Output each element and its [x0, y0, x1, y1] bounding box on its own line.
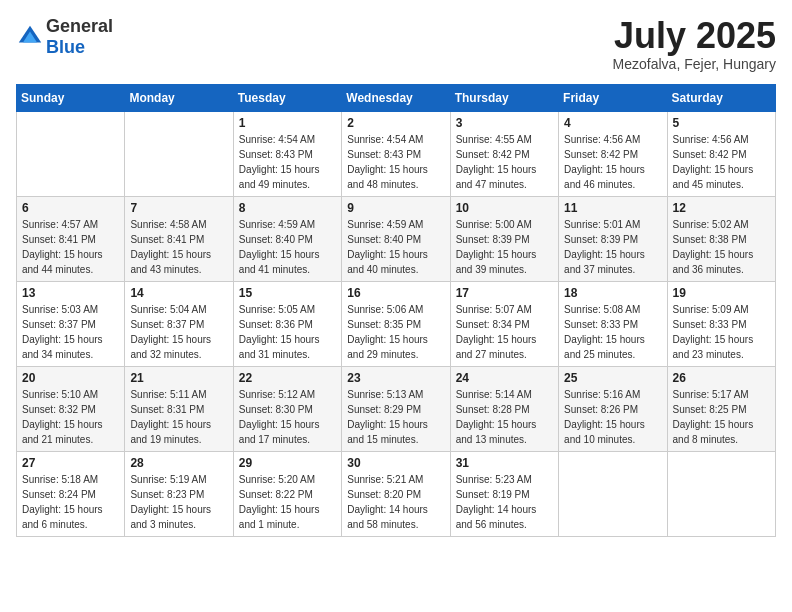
day-detail: Sunrise: 5:11 AMSunset: 8:31 PMDaylight:… — [130, 387, 227, 447]
page-header: General Blue July 2025 Mezofalva, Fejer,… — [16, 16, 776, 72]
day-number: 30 — [347, 456, 444, 470]
calendar-cell: 8Sunrise: 4:59 AMSunset: 8:40 PMDaylight… — [233, 196, 341, 281]
day-number: 24 — [456, 371, 553, 385]
day-detail: Sunrise: 4:54 AMSunset: 8:43 PMDaylight:… — [239, 132, 336, 192]
calendar-cell: 28Sunrise: 5:19 AMSunset: 8:23 PMDayligh… — [125, 451, 233, 536]
weekday-header: Sunday — [17, 84, 125, 111]
day-detail: Sunrise: 4:59 AMSunset: 8:40 PMDaylight:… — [347, 217, 444, 277]
day-number: 16 — [347, 286, 444, 300]
day-number: 22 — [239, 371, 336, 385]
calendar-cell: 17Sunrise: 5:07 AMSunset: 8:34 PMDayligh… — [450, 281, 558, 366]
day-detail: Sunrise: 5:06 AMSunset: 8:35 PMDaylight:… — [347, 302, 444, 362]
day-number: 20 — [22, 371, 119, 385]
calendar-cell: 13Sunrise: 5:03 AMSunset: 8:37 PMDayligh… — [17, 281, 125, 366]
day-detail: Sunrise: 4:54 AMSunset: 8:43 PMDaylight:… — [347, 132, 444, 192]
calendar-cell: 24Sunrise: 5:14 AMSunset: 8:28 PMDayligh… — [450, 366, 558, 451]
day-number: 4 — [564, 116, 661, 130]
calendar-cell: 29Sunrise: 5:20 AMSunset: 8:22 PMDayligh… — [233, 451, 341, 536]
calendar-cell: 11Sunrise: 5:01 AMSunset: 8:39 PMDayligh… — [559, 196, 667, 281]
weekday-header: Saturday — [667, 84, 775, 111]
day-detail: Sunrise: 5:05 AMSunset: 8:36 PMDaylight:… — [239, 302, 336, 362]
day-number: 31 — [456, 456, 553, 470]
day-number: 26 — [673, 371, 770, 385]
calendar-cell: 6Sunrise: 4:57 AMSunset: 8:41 PMDaylight… — [17, 196, 125, 281]
calendar-table: SundayMondayTuesdayWednesdayThursdayFrid… — [16, 84, 776, 537]
day-detail: Sunrise: 5:19 AMSunset: 8:23 PMDaylight:… — [130, 472, 227, 532]
day-number: 27 — [22, 456, 119, 470]
logo-icon — [16, 23, 44, 51]
day-detail: Sunrise: 4:56 AMSunset: 8:42 PMDaylight:… — [564, 132, 661, 192]
calendar-cell: 26Sunrise: 5:17 AMSunset: 8:25 PMDayligh… — [667, 366, 775, 451]
calendar-cell — [559, 451, 667, 536]
day-number: 11 — [564, 201, 661, 215]
weekday-header: Wednesday — [342, 84, 450, 111]
day-detail: Sunrise: 5:04 AMSunset: 8:37 PMDaylight:… — [130, 302, 227, 362]
day-detail: Sunrise: 5:08 AMSunset: 8:33 PMDaylight:… — [564, 302, 661, 362]
day-number: 1 — [239, 116, 336, 130]
calendar-cell: 3Sunrise: 4:55 AMSunset: 8:42 PMDaylight… — [450, 111, 558, 196]
day-number: 17 — [456, 286, 553, 300]
day-detail: Sunrise: 5:09 AMSunset: 8:33 PMDaylight:… — [673, 302, 770, 362]
day-number: 5 — [673, 116, 770, 130]
calendar-cell — [125, 111, 233, 196]
day-detail: Sunrise: 5:01 AMSunset: 8:39 PMDaylight:… — [564, 217, 661, 277]
day-detail: Sunrise: 5:10 AMSunset: 8:32 PMDaylight:… — [22, 387, 119, 447]
day-number: 12 — [673, 201, 770, 215]
logo: General Blue — [16, 16, 113, 58]
calendar-cell — [667, 451, 775, 536]
calendar-cell: 19Sunrise: 5:09 AMSunset: 8:33 PMDayligh… — [667, 281, 775, 366]
weekday-header: Tuesday — [233, 84, 341, 111]
calendar-week-row: 13Sunrise: 5:03 AMSunset: 8:37 PMDayligh… — [17, 281, 776, 366]
day-detail: Sunrise: 5:12 AMSunset: 8:30 PMDaylight:… — [239, 387, 336, 447]
calendar-cell: 31Sunrise: 5:23 AMSunset: 8:19 PMDayligh… — [450, 451, 558, 536]
calendar-cell: 15Sunrise: 5:05 AMSunset: 8:36 PMDayligh… — [233, 281, 341, 366]
calendar-cell: 16Sunrise: 5:06 AMSunset: 8:35 PMDayligh… — [342, 281, 450, 366]
day-detail: Sunrise: 5:23 AMSunset: 8:19 PMDaylight:… — [456, 472, 553, 532]
day-detail: Sunrise: 5:14 AMSunset: 8:28 PMDaylight:… — [456, 387, 553, 447]
calendar-cell: 18Sunrise: 5:08 AMSunset: 8:33 PMDayligh… — [559, 281, 667, 366]
calendar-cell: 23Sunrise: 5:13 AMSunset: 8:29 PMDayligh… — [342, 366, 450, 451]
day-detail: Sunrise: 5:03 AMSunset: 8:37 PMDaylight:… — [22, 302, 119, 362]
weekday-header: Friday — [559, 84, 667, 111]
day-number: 28 — [130, 456, 227, 470]
day-detail: Sunrise: 5:13 AMSunset: 8:29 PMDaylight:… — [347, 387, 444, 447]
day-detail: Sunrise: 5:18 AMSunset: 8:24 PMDaylight:… — [22, 472, 119, 532]
day-number: 23 — [347, 371, 444, 385]
day-number: 19 — [673, 286, 770, 300]
day-detail: Sunrise: 5:20 AMSunset: 8:22 PMDaylight:… — [239, 472, 336, 532]
calendar-cell: 10Sunrise: 5:00 AMSunset: 8:39 PMDayligh… — [450, 196, 558, 281]
calendar-week-row: 1Sunrise: 4:54 AMSunset: 8:43 PMDaylight… — [17, 111, 776, 196]
day-detail: Sunrise: 5:02 AMSunset: 8:38 PMDaylight:… — [673, 217, 770, 277]
day-number: 7 — [130, 201, 227, 215]
logo-blue-text: Blue — [46, 37, 85, 57]
day-number: 15 — [239, 286, 336, 300]
day-number: 25 — [564, 371, 661, 385]
day-detail: Sunrise: 4:56 AMSunset: 8:42 PMDaylight:… — [673, 132, 770, 192]
calendar-cell: 27Sunrise: 5:18 AMSunset: 8:24 PMDayligh… — [17, 451, 125, 536]
day-detail: Sunrise: 5:17 AMSunset: 8:25 PMDaylight:… — [673, 387, 770, 447]
calendar-cell: 25Sunrise: 5:16 AMSunset: 8:26 PMDayligh… — [559, 366, 667, 451]
day-number: 8 — [239, 201, 336, 215]
day-number: 9 — [347, 201, 444, 215]
day-number: 18 — [564, 286, 661, 300]
weekday-header: Monday — [125, 84, 233, 111]
calendar-cell: 22Sunrise: 5:12 AMSunset: 8:30 PMDayligh… — [233, 366, 341, 451]
calendar-cell: 2Sunrise: 4:54 AMSunset: 8:43 PMDaylight… — [342, 111, 450, 196]
day-detail: Sunrise: 5:16 AMSunset: 8:26 PMDaylight:… — [564, 387, 661, 447]
calendar-cell: 14Sunrise: 5:04 AMSunset: 8:37 PMDayligh… — [125, 281, 233, 366]
day-number: 6 — [22, 201, 119, 215]
day-number: 13 — [22, 286, 119, 300]
day-number: 29 — [239, 456, 336, 470]
day-number: 3 — [456, 116, 553, 130]
calendar-cell: 4Sunrise: 4:56 AMSunset: 8:42 PMDaylight… — [559, 111, 667, 196]
calendar-cell — [17, 111, 125, 196]
day-detail: Sunrise: 5:07 AMSunset: 8:34 PMDaylight:… — [456, 302, 553, 362]
calendar-cell: 9Sunrise: 4:59 AMSunset: 8:40 PMDaylight… — [342, 196, 450, 281]
title-block: July 2025 Mezofalva, Fejer, Hungary — [613, 16, 776, 72]
calendar-cell: 5Sunrise: 4:56 AMSunset: 8:42 PMDaylight… — [667, 111, 775, 196]
month-title: July 2025 — [613, 16, 776, 56]
calendar-week-row: 20Sunrise: 5:10 AMSunset: 8:32 PMDayligh… — [17, 366, 776, 451]
calendar-week-row: 27Sunrise: 5:18 AMSunset: 8:24 PMDayligh… — [17, 451, 776, 536]
day-detail: Sunrise: 4:59 AMSunset: 8:40 PMDaylight:… — [239, 217, 336, 277]
calendar-week-row: 6Sunrise: 4:57 AMSunset: 8:41 PMDaylight… — [17, 196, 776, 281]
